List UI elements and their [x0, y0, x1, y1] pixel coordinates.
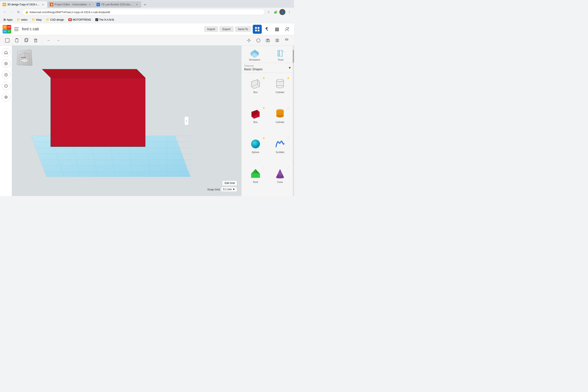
ruler-button[interactable]: Ruler	[268, 46, 294, 63]
svg-marker-107	[251, 169, 256, 174]
workplane-button[interactable]: Workplane	[242, 46, 268, 63]
shape-sphere-teal[interactable]: ★ Sphere	[243, 134, 268, 164]
3d-box-object[interactable]	[34, 65, 162, 157]
shapes-scrollbar-thumb[interactable]	[293, 50, 294, 63]
edit-grid-button[interactable]: Edit Grid	[222, 180, 237, 186]
shape-scribble[interactable]: ☆ Scribble	[268, 134, 292, 164]
bookmark-seton[interactable]: 📁 seton	[15, 18, 29, 22]
forward-button[interactable]: →	[8, 9, 14, 15]
zoom-out-button[interactable]	[2, 82, 10, 90]
shape-cylinder-orange[interactable]: ☆ Cylinder	[268, 104, 292, 134]
tinkercad-logo[interactable]: TIN KER CA D	[2, 25, 11, 34]
extension-puzzle-button[interactable]: 🧩	[272, 9, 278, 15]
bookmark-star-button[interactable]: ☆	[266, 9, 272, 15]
workplane-icon	[250, 48, 260, 58]
project-name[interactable]: ford c cab	[22, 27, 39, 32]
address-bar[interactable]: 🔒 tinkercad.com/things/ItNPTvPowcJ-copy-…	[22, 9, 265, 15]
lock-icon: 🔒	[25, 10, 28, 14]
svg-marker-108	[256, 169, 260, 174]
shape-cone-purple[interactable]: ☆ Cone	[268, 164, 292, 194]
svg-rect-7	[265, 27, 268, 30]
home-view-button[interactable]	[2, 48, 10, 57]
logo-tl: TIN	[2, 25, 7, 29]
svg-rect-3	[255, 27, 257, 29]
undo-button[interactable]: ←	[45, 36, 53, 44]
light-tool-button[interactable]	[245, 36, 253, 44]
shape-sphere-teal-label: Sphere	[252, 151, 259, 154]
tab-1-title: 3D design Copy of 1919 c-cab b...	[7, 3, 40, 6]
folder-icon-cad: 📁	[46, 18, 50, 21]
delete-button[interactable]	[32, 36, 40, 44]
star-cylinder-grey[interactable]: ★	[287, 76, 290, 80]
align-button[interactable]	[273, 36, 281, 44]
profile-avatar[interactable]: 👤	[280, 9, 286, 15]
bookmark-ebay[interactable]: 📁 ebay	[30, 18, 44, 22]
shapes-grid: ★ Box ★	[242, 73, 294, 196]
svg-text:RIGHT: RIGHT	[21, 56, 26, 58]
grid-view-button[interactable]	[253, 25, 262, 34]
ruler-icon	[276, 48, 286, 58]
shape-box-red[interactable]: ★ Box	[243, 104, 268, 134]
hammer-tool-button[interactable]	[262, 25, 272, 34]
bookmark-seton-label: seton	[21, 18, 27, 21]
bookmark-cad-design[interactable]: 📁 CAD design	[44, 18, 66, 22]
reload-button[interactable]: ↻	[16, 9, 22, 15]
tab-3[interactable]: K Y8 Law Booklet 2020.docx.pdf ✕	[94, 1, 141, 8]
tab-2-close[interactable]: ✕	[88, 3, 91, 6]
snap-dropdown-icon: ▼	[232, 188, 235, 191]
redo-button[interactable]: →	[54, 36, 62, 44]
star-cylinder-orange[interactable]: ☆	[287, 106, 290, 110]
add-user-button[interactable]	[282, 25, 292, 34]
bookmark-apps[interactable]: ⊞ Apps	[2, 18, 14, 22]
menu-toggle-button[interactable]	[13, 26, 20, 33]
new-tab-button[interactable]: +	[142, 2, 148, 8]
view-cube[interactable]: RIGHT	[16, 50, 34, 67]
send-to-button[interactable]: Send To	[235, 26, 251, 32]
star-scribble[interactable]: ☆	[287, 136, 290, 140]
zoom-in-button[interactable]	[2, 70, 10, 79]
star-cone-purple[interactable]: ☆	[287, 166, 290, 170]
tab-1[interactable]: 66 3D design Copy of 1919 c-cab b... ✕	[0, 1, 47, 8]
duplicate-button[interactable]	[22, 36, 30, 44]
new-workplane-button[interactable]	[4, 36, 11, 44]
camera-button[interactable]	[264, 36, 272, 44]
back-button[interactable]: ←	[2, 9, 8, 15]
svg-rect-16	[16, 39, 18, 42]
snap-grid-control: Snap Grid 0.1 mm ▼	[208, 187, 237, 192]
star-roof-green[interactable]: ☆	[262, 166, 265, 170]
snap-value-selector[interactable]: 0.1 mm ▼	[221, 187, 237, 192]
perspective-button[interactable]	[2, 93, 10, 102]
more-options-button[interactable]: ⋮	[286, 9, 292, 15]
shapes-dropdown-arrow[interactable]: ▼	[288, 66, 292, 70]
star-sphere-teal[interactable]: ★	[262, 136, 265, 140]
panel-collapse-handle[interactable]: ›	[184, 116, 189, 125]
svg-rect-20	[34, 39, 37, 42]
svg-point-12	[286, 28, 288, 30]
paste-button[interactable]	[13, 36, 21, 44]
tab-3-close[interactable]: ✕	[135, 3, 138, 6]
shape-box-grey[interactable]: ★ Box	[243, 74, 268, 104]
svg-point-110	[276, 176, 284, 178]
bookmark-motortrend[interactable]: M MOTORTREND	[66, 18, 93, 22]
shape-roof-green[interactable]: ☆ Roof	[243, 164, 268, 194]
export-button[interactable]: Export	[220, 26, 234, 32]
layers-button[interactable]	[272, 25, 282, 34]
fit-all-button[interactable]	[2, 59, 10, 68]
shape-roof-label: Roof	[253, 181, 258, 183]
flip-button[interactable]	[283, 36, 290, 44]
bookmark-hamb[interactable]: J The H.A.M.B.	[94, 18, 116, 22]
snap-value-text: 0.1 mm	[223, 188, 232, 191]
svg-point-28	[256, 39, 260, 42]
bookmark-cad-label: CAD design	[50, 18, 64, 21]
tab-2[interactable]: 📋 Project Editor - Instructables ✕	[47, 1, 94, 8]
shape-cylinder-grey[interactable]: ★ Cylinder	[268, 74, 292, 104]
svg-rect-9	[275, 28, 279, 28]
circle-tool-button[interactable]	[254, 36, 262, 44]
shape-scribble-label: Scribble	[276, 151, 284, 154]
tab-1-close[interactable]: ✕	[41, 3, 45, 6]
viewport[interactable]: RIGHT	[12, 46, 241, 196]
star-box-grey[interactable]: ★	[262, 76, 265, 80]
star-box-red[interactable]: ★	[262, 106, 265, 110]
import-button[interactable]: Import	[204, 26, 218, 32]
snap-grid-label: Snap Grid	[208, 188, 220, 191]
